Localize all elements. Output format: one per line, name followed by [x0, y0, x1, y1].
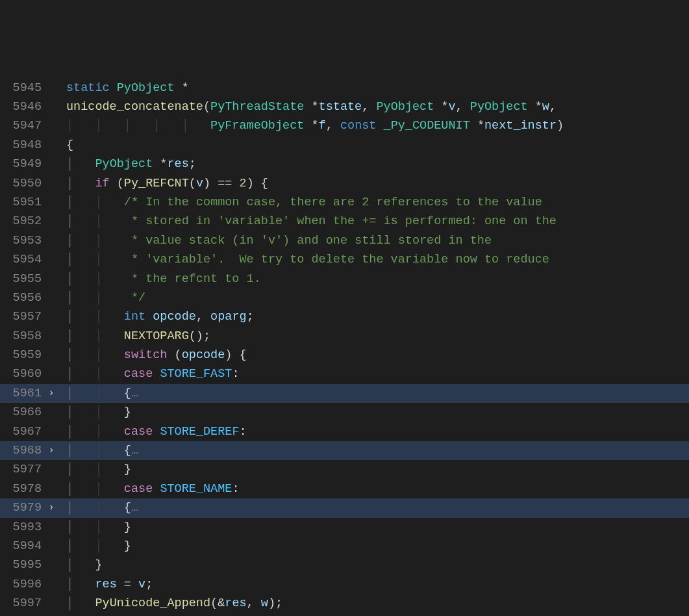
line-number: 5950 — [0, 174, 44, 193]
code-line[interactable]: 5959│ │ switch (opcode) { — [0, 346, 689, 365]
code-line[interactable]: 5968›│ │ {… — [0, 441, 689, 460]
code-content[interactable]: │ │ case STORE_FAST: — [58, 365, 689, 383]
code-content[interactable]: │ │ switch (opcode) { — [58, 346, 689, 365]
line-number: 5967 — [0, 422, 44, 441]
code-line[interactable]: 5948{ — [0, 136, 689, 155]
code-content[interactable]: │ │ * 'variable'. We try to delete the v… — [58, 250, 689, 269]
code-content[interactable]: │ │ } — [58, 460, 689, 479]
code-content[interactable]: │ │ */ — [58, 289, 689, 307]
code-line[interactable]: 5950│ if (Py_REFCNT(v) == 2) { — [0, 174, 689, 193]
code-line[interactable]: 5955│ │ * the refcnt to 1. — [0, 270, 689, 289]
code-line[interactable]: 5947│ │ │ │ │ PyFrameObject *f, const _P… — [0, 116, 689, 135]
line-number: 5960 — [0, 365, 44, 383]
code-content[interactable]: │ │ case STORE_DEREF: — [58, 422, 689, 441]
line-number: 5958 — [0, 327, 44, 346]
line-number: 5998 — [0, 613, 44, 616]
code-content[interactable]: { — [58, 136, 689, 155]
code-line[interactable]: 5958│ │ NEXTOPARG(); — [0, 327, 689, 346]
code-content[interactable]: │ return res; — [58, 613, 689, 616]
line-number: 5951 — [0, 193, 44, 212]
code-content[interactable]: │ │ * stored in 'variable' when the += i… — [58, 212, 689, 231]
line-number: 5993 — [0, 518, 44, 537]
code-line[interactable]: 5997│ PyUnicode_Append(&res, w); — [0, 594, 689, 613]
code-line[interactable]: 5995│ } — [0, 556, 689, 574]
code-content[interactable]: │ │ {… — [58, 441, 689, 460]
line-number: 5945 — [0, 79, 44, 97]
code-content[interactable]: │ │ } — [58, 518, 689, 537]
line-number: 5955 — [0, 270, 44, 289]
code-line[interactable]: 5977│ │ } — [0, 460, 689, 479]
chevron-right-icon[interactable]: › — [44, 498, 58, 517]
line-number: 5977 — [0, 460, 44, 479]
code-line[interactable]: 5951│ │ /* In the common case, there are… — [0, 193, 689, 212]
code-content[interactable]: │ │ } — [58, 537, 689, 556]
line-number: 5954 — [0, 250, 44, 269]
chevron-right-icon[interactable]: › — [44, 384, 58, 403]
line-number: 5968 — [0, 441, 44, 460]
code-line[interactable]: 5953│ │ * value stack (in 'v') and one s… — [0, 231, 689, 250]
code-content[interactable]: │ │ case STORE_NAME: — [58, 480, 689, 498]
code-line[interactable]: 5994│ │ } — [0, 537, 689, 556]
code-line[interactable]: 5949│ PyObject *res; — [0, 155, 689, 173]
line-number: 5946 — [0, 97, 44, 116]
code-line[interactable]: 5954│ │ * 'variable'. We try to delete t… — [0, 250, 689, 269]
line-number: 5956 — [0, 289, 44, 307]
code-content[interactable]: │ │ int opcode, oparg; — [58, 307, 689, 326]
line-number: 5947 — [0, 116, 44, 135]
line-number: 5996 — [0, 575, 44, 594]
line-number: 5994 — [0, 537, 44, 556]
code-line[interactable]: 5961›│ │ {… — [0, 384, 689, 403]
code-line[interactable]: 5966│ │ } — [0, 403, 689, 422]
code-content[interactable]: │ if (Py_REFCNT(v) == 2) { — [58, 174, 689, 193]
code-content[interactable]: │ │ /* In the common case, there are 2 r… — [58, 193, 689, 212]
code-content[interactable]: │ │ {… — [58, 498, 689, 517]
code-line[interactable]: 5998│ return res; — [0, 613, 689, 616]
line-number: 5961 — [0, 384, 44, 403]
line-number: 5966 — [0, 403, 44, 422]
code-content[interactable]: │ │ * the refcnt to 1. — [58, 270, 689, 289]
code-content[interactable]: │ │ │ │ │ PyFrameObject *f, const _Py_CO… — [58, 116, 689, 135]
code-line[interactable]: 5952│ │ * stored in 'variable' when the … — [0, 212, 689, 231]
line-number: 5957 — [0, 307, 44, 326]
code-content[interactable]: │ PyObject *res; — [58, 155, 689, 173]
code-line[interactable]: 5978│ │ case STORE_NAME: — [0, 480, 689, 498]
code-content[interactable]: │ PyUnicode_Append(&res, w); — [58, 594, 689, 613]
code-line[interactable]: 5996│ res = v; — [0, 575, 689, 594]
code-content[interactable]: unicode_concatenate(PyThreadState *tstat… — [58, 97, 689, 116]
line-number: 5953 — [0, 231, 44, 250]
code-content[interactable]: │ } — [58, 556, 689, 574]
chevron-right-icon[interactable]: › — [44, 441, 58, 460]
line-number: 5978 — [0, 480, 44, 498]
code-line[interactable]: 5967│ │ case STORE_DEREF: — [0, 422, 689, 441]
code-content[interactable]: │ res = v; — [58, 575, 689, 594]
code-content[interactable]: │ │ {… — [58, 384, 689, 403]
code-line[interactable]: 5945static PyObject * — [0, 79, 689, 97]
line-number: 5959 — [0, 346, 44, 365]
code-content[interactable]: │ │ NEXTOPARG(); — [58, 327, 689, 346]
line-number: 5979 — [0, 498, 44, 517]
code-editor[interactable]: 5945static PyObject *5946unicode_concate… — [0, 79, 689, 616]
code-line[interactable]: 5960│ │ case STORE_FAST: — [0, 365, 689, 383]
line-number: 5949 — [0, 155, 44, 173]
line-number: 5948 — [0, 136, 44, 155]
code-content[interactable]: static PyObject * — [58, 79, 689, 97]
code-content[interactable]: │ │ } — [58, 403, 689, 422]
code-line[interactable]: 5957│ │ int opcode, oparg; — [0, 307, 689, 326]
code-content[interactable]: │ │ * value stack (in 'v') and one still… — [58, 231, 689, 250]
line-number: 5952 — [0, 212, 44, 231]
code-line[interactable]: 5956│ │ */ — [0, 289, 689, 307]
line-number: 5995 — [0, 556, 44, 574]
code-line[interactable]: 5979›│ │ {… — [0, 498, 689, 517]
code-line[interactable]: 5946unicode_concatenate(PyThreadState *t… — [0, 97, 689, 116]
line-number: 5997 — [0, 594, 44, 613]
code-line[interactable]: 5993│ │ } — [0, 518, 689, 537]
